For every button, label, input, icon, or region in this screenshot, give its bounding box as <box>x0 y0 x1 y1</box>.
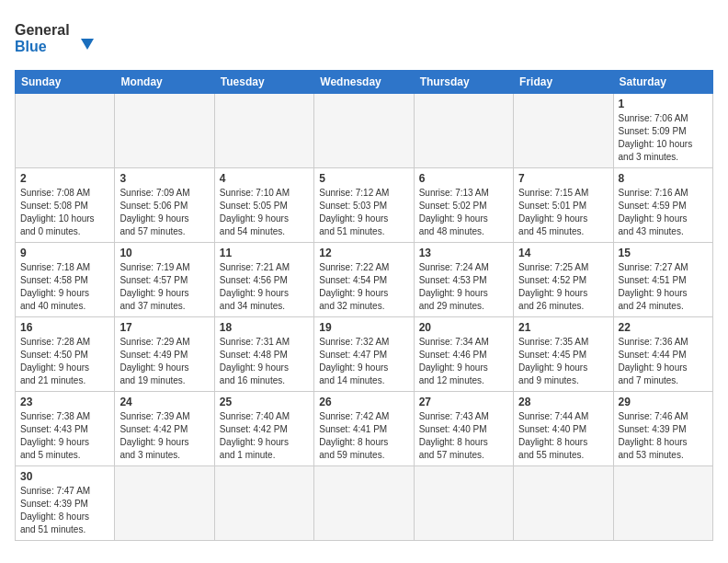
calendar-cell: 21Sunrise: 7:35 AM Sunset: 4:45 PM Dayli… <box>514 317 613 392</box>
calendar-cell <box>613 466 712 541</box>
calendar-cell: 14Sunrise: 7:25 AM Sunset: 4:52 PM Dayli… <box>514 243 613 317</box>
calendar-body: 1Sunrise: 7:06 AM Sunset: 5:09 PM Daylig… <box>16 94 713 541</box>
calendar-cell: 6Sunrise: 7:13 AM Sunset: 5:02 PM Daylig… <box>414 168 513 243</box>
calendar-cell: 15Sunrise: 7:27 AM Sunset: 4:51 PM Dayli… <box>613 243 712 317</box>
day-number: 7 <box>518 172 608 185</box>
calendar-cell: 3Sunrise: 7:09 AM Sunset: 5:06 PM Daylig… <box>115 168 214 243</box>
day-info: Sunrise: 7:27 AM Sunset: 4:51 PM Dayligh… <box>619 261 708 313</box>
day-number: 24 <box>119 396 209 408</box>
weekday-header-wednesday: Wednesday <box>314 71 414 94</box>
calendar-cell: 23Sunrise: 7:38 AM Sunset: 4:43 PM Dayli… <box>16 392 115 466</box>
day-number: 28 <box>518 396 608 408</box>
day-number: 19 <box>319 321 408 334</box>
day-info: Sunrise: 7:21 AM Sunset: 4:56 PM Dayligh… <box>220 261 309 313</box>
calendar-week-6: 30Sunrise: 7:47 AM Sunset: 4:39 PM Dayli… <box>16 466 713 541</box>
calendar-cell: 1Sunrise: 7:06 AM Sunset: 5:09 PM Daylig… <box>613 94 712 168</box>
day-number: 1 <box>619 98 708 110</box>
calendar-cell: 16Sunrise: 7:28 AM Sunset: 4:50 PM Dayli… <box>16 317 115 392</box>
calendar-cell: 19Sunrise: 7:32 AM Sunset: 4:47 PM Dayli… <box>314 317 414 392</box>
calendar-cell <box>16 94 115 168</box>
day-info: Sunrise: 7:12 AM Sunset: 5:03 PM Dayligh… <box>319 187 408 238</box>
day-number: 12 <box>319 247 408 259</box>
day-info: Sunrise: 7:46 AM Sunset: 4:39 PM Dayligh… <box>619 410 708 462</box>
day-info: Sunrise: 7:28 AM Sunset: 4:50 PM Dayligh… <box>20 336 109 387</box>
day-number: 26 <box>319 396 408 408</box>
calendar-cell <box>314 466 414 541</box>
day-number: 4 <box>220 172 309 185</box>
calendar-cell: 25Sunrise: 7:40 AM Sunset: 4:42 PM Dayli… <box>214 392 313 466</box>
calendar-cell: 22Sunrise: 7:36 AM Sunset: 4:44 PM Dayli… <box>613 317 712 392</box>
calendar-cell <box>214 94 313 168</box>
day-number: 3 <box>119 172 209 185</box>
calendar-cell: 28Sunrise: 7:44 AM Sunset: 4:40 PM Dayli… <box>514 392 613 466</box>
day-number: 11 <box>220 247 309 259</box>
day-info: Sunrise: 7:44 AM Sunset: 4:40 PM Dayligh… <box>518 410 608 462</box>
day-info: Sunrise: 7:22 AM Sunset: 4:54 PM Dayligh… <box>319 261 408 313</box>
calendar-week-3: 9Sunrise: 7:18 AM Sunset: 4:58 PM Daylig… <box>16 243 713 317</box>
day-info: Sunrise: 7:06 AM Sunset: 5:09 PM Dayligh… <box>619 112 708 164</box>
logo: General Blue <box>15 15 97 61</box>
day-number: 5 <box>319 172 408 185</box>
day-number: 18 <box>220 321 309 334</box>
day-info: Sunrise: 7:10 AM Sunset: 5:05 PM Dayligh… <box>220 187 309 238</box>
calendar-cell: 10Sunrise: 7:19 AM Sunset: 4:57 PM Dayli… <box>115 243 214 317</box>
day-number: 23 <box>20 396 109 408</box>
day-info: Sunrise: 7:25 AM Sunset: 4:52 PM Dayligh… <box>518 261 608 313</box>
calendar-cell <box>314 94 414 168</box>
day-info: Sunrise: 7:39 AM Sunset: 4:42 PM Dayligh… <box>119 410 209 462</box>
day-info: Sunrise: 7:43 AM Sunset: 4:40 PM Dayligh… <box>419 410 508 462</box>
day-info: Sunrise: 7:09 AM Sunset: 5:06 PM Dayligh… <box>119 187 209 238</box>
weekday-header-monday: Monday <box>115 71 214 94</box>
day-number: 14 <box>518 247 608 259</box>
calendar-table: SundayMondayTuesdayWednesdayThursdayFrid… <box>15 70 713 541</box>
calendar-week-4: 16Sunrise: 7:28 AM Sunset: 4:50 PM Dayli… <box>16 317 713 392</box>
calendar-cell: 13Sunrise: 7:24 AM Sunset: 4:53 PM Dayli… <box>414 243 513 317</box>
calendar-cell: 20Sunrise: 7:34 AM Sunset: 4:46 PM Dayli… <box>414 317 513 392</box>
calendar-cell: 24Sunrise: 7:39 AM Sunset: 4:42 PM Dayli… <box>115 392 214 466</box>
day-info: Sunrise: 7:31 AM Sunset: 4:48 PM Dayligh… <box>220 336 309 387</box>
day-info: Sunrise: 7:13 AM Sunset: 5:02 PM Dayligh… <box>419 187 508 238</box>
day-info: Sunrise: 7:35 AM Sunset: 4:45 PM Dayligh… <box>518 336 608 387</box>
weekday-header-saturday: Saturday <box>613 71 712 94</box>
day-number: 30 <box>20 470 109 483</box>
day-number: 6 <box>419 172 508 185</box>
calendar-cell: 17Sunrise: 7:29 AM Sunset: 4:49 PM Dayli… <box>115 317 214 392</box>
weekday-header-row: SundayMondayTuesdayWednesdayThursdayFrid… <box>16 71 713 94</box>
calendar-cell <box>414 466 513 541</box>
calendar-cell: 7Sunrise: 7:15 AM Sunset: 5:01 PM Daylig… <box>514 168 613 243</box>
day-info: Sunrise: 7:34 AM Sunset: 4:46 PM Dayligh… <box>419 336 508 387</box>
day-info: Sunrise: 7:15 AM Sunset: 5:01 PM Dayligh… <box>518 187 608 238</box>
calendar-cell: 11Sunrise: 7:21 AM Sunset: 4:56 PM Dayli… <box>214 243 313 317</box>
day-number: 17 <box>119 321 209 334</box>
day-info: Sunrise: 7:16 AM Sunset: 4:59 PM Dayligh… <box>619 187 708 238</box>
day-info: Sunrise: 7:36 AM Sunset: 4:44 PM Dayligh… <box>619 336 708 387</box>
calendar-cell: 12Sunrise: 7:22 AM Sunset: 4:54 PM Dayli… <box>314 243 414 317</box>
calendar-cell: 27Sunrise: 7:43 AM Sunset: 4:40 PM Dayli… <box>414 392 513 466</box>
calendar-cell <box>115 94 214 168</box>
calendar-cell <box>414 94 513 168</box>
day-number: 27 <box>419 396 508 408</box>
calendar-cell: 18Sunrise: 7:31 AM Sunset: 4:48 PM Dayli… <box>214 317 313 392</box>
day-number: 22 <box>619 321 708 334</box>
calendar-cell: 26Sunrise: 7:42 AM Sunset: 4:41 PM Dayli… <box>314 392 414 466</box>
day-number: 2 <box>20 172 109 185</box>
calendar-cell: 5Sunrise: 7:12 AM Sunset: 5:03 PM Daylig… <box>314 168 414 243</box>
day-number: 29 <box>619 396 708 408</box>
day-number: 13 <box>419 247 508 259</box>
day-number: 15 <box>619 247 708 259</box>
day-info: Sunrise: 7:19 AM Sunset: 4:57 PM Dayligh… <box>119 261 209 313</box>
day-info: Sunrise: 7:18 AM Sunset: 4:58 PM Dayligh… <box>20 261 109 313</box>
calendar-week-5: 23Sunrise: 7:38 AM Sunset: 4:43 PM Dayli… <box>16 392 713 466</box>
svg-marker-2 <box>81 39 94 50</box>
day-number: 8 <box>619 172 708 185</box>
calendar-cell: 9Sunrise: 7:18 AM Sunset: 4:58 PM Daylig… <box>16 243 115 317</box>
day-info: Sunrise: 7:29 AM Sunset: 4:49 PM Dayligh… <box>119 336 209 387</box>
day-number: 25 <box>220 396 309 408</box>
calendar-cell: 29Sunrise: 7:46 AM Sunset: 4:39 PM Dayli… <box>613 392 712 466</box>
calendar-cell <box>115 466 214 541</box>
day-number: 16 <box>20 321 109 334</box>
day-number: 10 <box>119 247 209 259</box>
day-info: Sunrise: 7:47 AM Sunset: 4:39 PM Dayligh… <box>20 485 109 536</box>
day-number: 20 <box>419 321 508 334</box>
calendar-cell <box>214 466 313 541</box>
